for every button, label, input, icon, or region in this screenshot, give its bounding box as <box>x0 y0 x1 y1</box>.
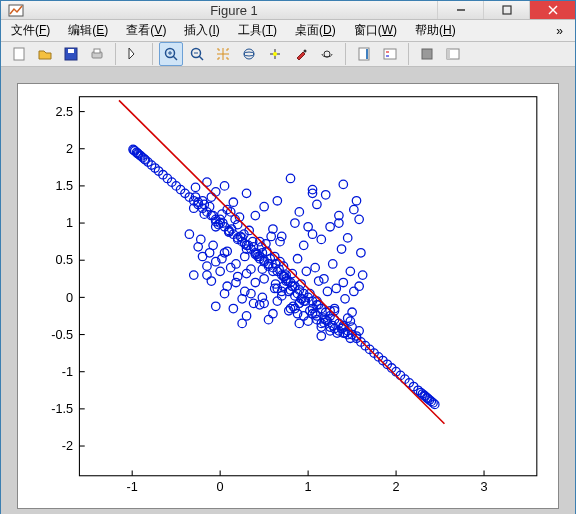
menu-desktop[interactable]: 桌面(D) <box>291 20 340 41</box>
hide-tools-button[interactable] <box>415 42 439 66</box>
svg-rect-2 <box>503 6 511 14</box>
svg-text:2: 2 <box>66 142 73 156</box>
save-button[interactable] <box>59 42 83 66</box>
svg-text:1: 1 <box>66 216 73 230</box>
menu-insert[interactable]: 插入(I) <box>180 20 223 41</box>
svg-text:-1: -1 <box>127 480 138 494</box>
svg-point-17 <box>244 49 254 59</box>
svg-text:3: 3 <box>481 480 488 494</box>
figure-window: Figure 1 文件(F) 编辑(E) 查看(V) 插入(I) 工具(T) 桌… <box>0 0 576 514</box>
axes[interactable]: -10123-2-1.5-1-0.500.511.522.5 <box>18 84 558 508</box>
open-button[interactable] <box>33 42 57 66</box>
menu-window[interactable]: 窗口(W) <box>350 20 401 41</box>
menu-file[interactable]: 文件(F) <box>7 20 54 41</box>
svg-text:-2: -2 <box>62 439 73 453</box>
app-icon <box>7 1 25 19</box>
menu-tools[interactable]: 工具(T) <box>234 20 281 41</box>
svg-text:0: 0 <box>66 291 73 305</box>
new-figure-button[interactable] <box>7 42 31 66</box>
close-button[interactable] <box>529 1 575 19</box>
pan-button[interactable] <box>211 42 235 66</box>
svg-text:2.5: 2.5 <box>55 105 73 119</box>
svg-rect-5 <box>14 48 24 60</box>
svg-text:1: 1 <box>305 480 312 494</box>
data-cursor-button[interactable] <box>263 42 287 66</box>
edit-plot-button[interactable] <box>122 42 146 66</box>
menu-edit[interactable]: 编辑(E) <box>64 20 112 41</box>
maximize-button[interactable] <box>483 1 529 19</box>
brush-button[interactable] <box>289 42 313 66</box>
print-button[interactable] <box>85 42 109 66</box>
show-tools-button[interactable] <box>441 42 465 66</box>
svg-text:2: 2 <box>393 480 400 494</box>
svg-point-18 <box>244 52 254 56</box>
svg-rect-24 <box>366 49 368 59</box>
titlebar[interactable]: Figure 1 <box>1 1 575 20</box>
menu-help[interactable]: 帮助(H) <box>411 20 460 41</box>
svg-rect-28 <box>422 49 432 59</box>
canvas-area: -10123-2-1.5-1-0.500.511.522.5 <box>1 67 575 514</box>
svg-rect-30 <box>447 49 450 59</box>
svg-text:-0.5: -0.5 <box>51 328 73 342</box>
window-title: Figure 1 <box>31 3 437 18</box>
insert-colorbar-button[interactable] <box>352 42 376 66</box>
svg-text:0.5: 0.5 <box>55 253 73 267</box>
svg-text:1.5: 1.5 <box>55 179 73 193</box>
svg-text:-1.5: -1.5 <box>51 402 73 416</box>
svg-line-11 <box>173 56 177 60</box>
svg-point-22 <box>304 50 307 53</box>
svg-text:-1: -1 <box>62 365 73 379</box>
svg-rect-25 <box>384 49 396 59</box>
svg-rect-31 <box>79 97 536 476</box>
svg-rect-7 <box>68 49 74 53</box>
link-data-button[interactable] <box>315 42 339 66</box>
zoom-out-button[interactable] <box>185 42 209 66</box>
svg-line-15 <box>199 56 203 60</box>
menubar: 文件(F) 编辑(E) 查看(V) 插入(I) 工具(T) 桌面(D) 窗口(W… <box>1 20 575 42</box>
svg-text:0: 0 <box>217 480 224 494</box>
minimize-button[interactable] <box>437 1 483 19</box>
svg-point-21 <box>273 52 277 56</box>
menu-view[interactable]: 查看(V) <box>122 20 170 41</box>
menu-overflow-icon[interactable]: » <box>550 24 569 38</box>
toolbar <box>1 42 575 67</box>
zoom-in-button[interactable] <box>159 42 183 66</box>
insert-legend-button[interactable] <box>378 42 402 66</box>
plot-frame: -10123-2-1.5-1-0.500.511.522.5 <box>17 83 559 509</box>
rotate-3d-button[interactable] <box>237 42 261 66</box>
svg-rect-9 <box>94 49 100 53</box>
